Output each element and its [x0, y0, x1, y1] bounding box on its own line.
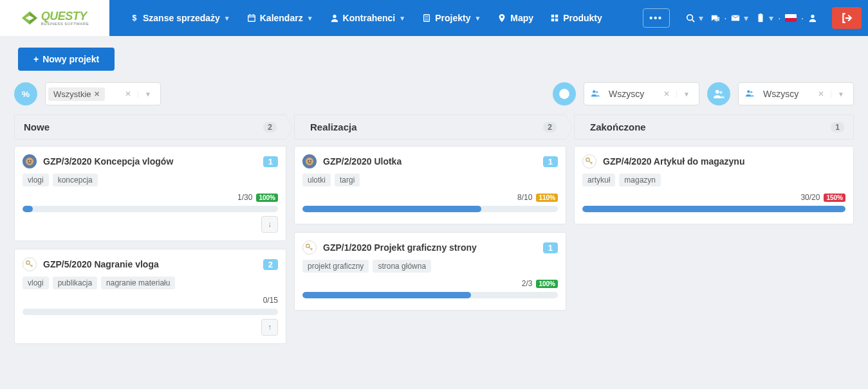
column-header[interactable]: Nowe 2: [14, 114, 286, 140]
toolbar: + Nowy projekt: [0, 36, 868, 82]
card-title: GZP/1/2020 Projekt graficzny strony: [323, 242, 537, 253]
percent-badge: 100%: [256, 194, 278, 202]
arrow-up-button[interactable]: ↑: [261, 319, 278, 336]
nav-item-kontrahenci[interactable]: Kontrahenci▼: [322, 0, 414, 36]
card-title: GZP/3/2020 Koncepcja vlogów: [43, 156, 257, 167]
nav-item-projekty[interactable]: Projekty▼: [414, 0, 488, 36]
card-count-badge: 1: [543, 156, 558, 167]
tag[interactable]: artykuł: [582, 174, 615, 186]
tag[interactable]: projekt graficzny: [302, 260, 369, 273]
chat-icon[interactable]: [708, 14, 723, 23]
tag[interactable]: strona główna: [373, 260, 431, 273]
progress-text: 30/20: [800, 193, 820, 202]
logout-button[interactable]: [832, 7, 862, 29]
progress-text: 0/15: [263, 296, 278, 305]
column-title: Nowe: [24, 122, 263, 132]
column-count: 1: [831, 122, 844, 132]
tag-filter-select[interactable]: Wszystkie ✕ ✕ ▼: [45, 82, 161, 105]
progress-text: 8/10: [517, 193, 532, 202]
project-card[interactable]: GZP/1/2020 Projekt graficzny strony 1 pr…: [294, 232, 566, 311]
new-project-button[interactable]: + Nowy projekt: [18, 48, 115, 71]
progress-bar: [302, 206, 558, 212]
chevron-down-icon[interactable]: ▼: [831, 91, 851, 98]
language-flag[interactable]: [782, 14, 800, 22]
card-title: GZP/5/2020 Nagranie vloga: [43, 259, 257, 269]
percent-badge: 150%: [824, 194, 845, 202]
card-list: GZP/4/2020 Artykuł do magazynu artykułma…: [574, 140, 854, 224]
users-icon: [741, 89, 758, 100]
new-project-label: Nowy projekt: [42, 54, 99, 64]
card-count-badge: 2: [263, 259, 278, 270]
logo-subtitle: BUSINESS SOFTWARE: [41, 22, 89, 26]
column-title: Realizacja: [310, 122, 543, 132]
avatar: [582, 154, 596, 168]
pin-icon: [497, 14, 506, 23]
chevron-down-icon: ▼: [474, 15, 481, 22]
project-card[interactable]: GZP/2/2020 Ulotka 1 ulotkitargi 8/10110%: [294, 146, 566, 224]
chevron-down-icon[interactable]: ▼: [138, 91, 158, 98]
nav-label: Kalendarz: [260, 13, 303, 23]
user-filter-select-2[interactable]: Wszyscy ✕ ▼: [738, 82, 854, 105]
column-header[interactable]: Realizacja 2: [294, 114, 566, 140]
tag[interactable]: publikacja: [53, 276, 97, 289]
card-count-badge: 1: [543, 242, 558, 253]
progress-bar: [302, 292, 558, 298]
grid-icon: [550, 14, 559, 23]
tag[interactable]: targi: [335, 174, 360, 186]
filter-percent-button[interactable]: [14, 82, 37, 105]
top-navigation: QUESTY BUSINESS SOFTWARE Szanse sprzedaż…: [0, 0, 868, 36]
tag-list: artykułmagazyn: [582, 174, 845, 186]
nav-item-mapy[interactable]: Mapy: [490, 0, 541, 36]
profile-icon[interactable]: [805, 14, 820, 23]
card-title: GZP/4/2020 Artykuł do magazynu: [603, 156, 845, 167]
logo-brand: QUESTY: [41, 10, 89, 22]
mail-icon[interactable]: ▾: [728, 13, 752, 23]
chevron-down-icon: ▼: [224, 15, 230, 22]
filter-user-button-1[interactable]: [553, 82, 576, 105]
arrow-down-button[interactable]: ↓: [261, 216, 278, 233]
tag[interactable]: koncepcja: [53, 174, 98, 186]
project-card[interactable]: GZP/4/2020 Artykuł do magazynu artykułma…: [574, 146, 854, 224]
tag-list: vlogikoncepcja: [23, 174, 278, 186]
chevron-down-icon: ▼: [307, 15, 313, 22]
nav-label: Mapy: [510, 13, 533, 23]
column-header[interactable]: Zakończone 1: [574, 114, 854, 140]
percent-badge: 100%: [536, 280, 558, 288]
remove-tag-icon[interactable]: ✕: [94, 90, 100, 98]
tag[interactable]: vlogi: [23, 276, 49, 289]
nav-more-button[interactable]: •••: [643, 8, 670, 28]
avatar: [23, 154, 37, 168]
tag[interactable]: ulotki: [302, 174, 331, 186]
nav-label: Projekty: [435, 13, 470, 23]
progress-text: 2/3: [522, 279, 533, 288]
avatar: [302, 154, 317, 168]
clear-filter-icon[interactable]: ✕: [660, 89, 674, 98]
progress-text: 1/30: [237, 193, 252, 202]
clear-filter-icon[interactable]: ✕: [121, 89, 135, 98]
nav-item-szanse-sprzedaży[interactable]: Szanse sprzedaży▼: [122, 0, 238, 36]
chevron-down-icon[interactable]: ▼: [676, 91, 696, 98]
tag-list: projekt graficznystrona główna: [302, 260, 558, 273]
project-card[interactable]: GZP/5/2020 Nagranie vloga 2 vlogipublika…: [14, 249, 286, 344]
project-card[interactable]: GZP/3/2020 Koncepcja vlogów 1 vlogikonce…: [14, 146, 286, 241]
user-filter-select-1[interactable]: Wszyscy ✕ ▼: [584, 82, 699, 105]
filter-user-button-2[interactable]: [707, 82, 730, 105]
clipboard-icon[interactable]: ▾: [753, 13, 777, 23]
filter-row: Wszystkie ✕ ✕ ▼ Wszyscy ✕ ▼ Wszyscy ✕ ▼: [0, 82, 868, 114]
tag[interactable]: vlogi: [23, 174, 49, 186]
column-count: 2: [543, 122, 557, 132]
avatar: [23, 257, 37, 271]
chevron-down-icon: ▼: [399, 15, 405, 22]
search-icon[interactable]: ▾: [683, 13, 706, 23]
tag[interactable]: magazyn: [619, 174, 661, 186]
nav-item-kalendarz[interactable]: Kalendarz▼: [239, 0, 321, 36]
calendar-icon: [247, 14, 256, 23]
nav-label: Kontrahenci: [343, 13, 396, 23]
percent-badge: 110%: [536, 194, 558, 202]
nav-item-produkty[interactable]: Produkty: [542, 0, 610, 36]
users-icon: [587, 89, 604, 100]
tag[interactable]: nagranie materiału: [101, 276, 175, 289]
clear-filter-icon[interactable]: ✕: [814, 89, 828, 98]
card-title: GZP/2/2020 Ulotka: [323, 156, 537, 167]
logo[interactable]: QUESTY BUSINESS SOFTWARE: [0, 0, 109, 36]
